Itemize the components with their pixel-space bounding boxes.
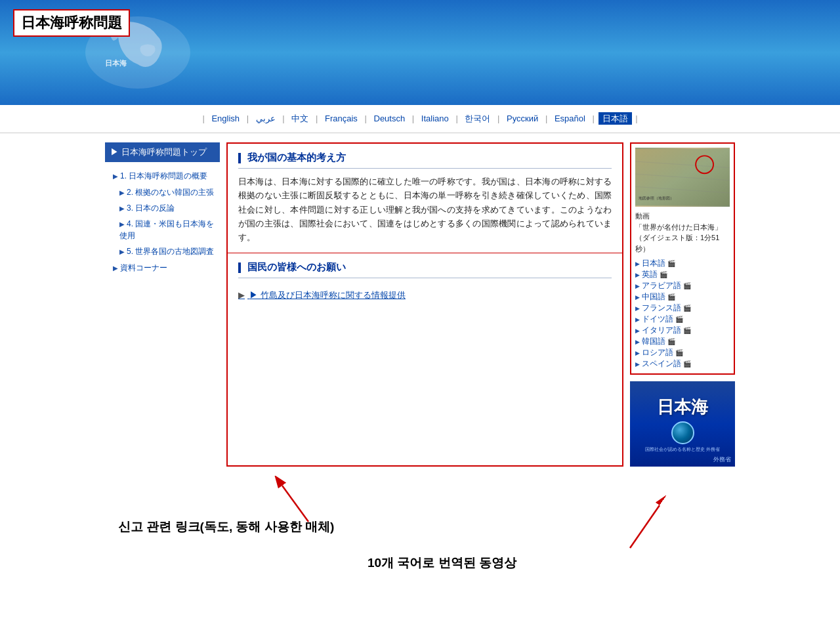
video-lang-german[interactable]: ▶ ドイツ語 🎬 [635, 314, 730, 325]
video-lang-italian[interactable]: ▶ イタリア語 🎬 [635, 325, 730, 336]
link-arrow-icon: ▶ [238, 291, 245, 300]
annotation-arrow-left [269, 476, 322, 528]
lang-arabic[interactable]: عربي [253, 114, 279, 123]
thumbnail-image: 地図参照（地形図） [635, 148, 730, 207]
svg-text:地図参照（地形図）: 地図参照（地形図） [638, 196, 674, 201]
svg-line-12 [630, 505, 660, 548]
lang-italian[interactable]: Italiano [418, 114, 452, 123]
svg-line-10 [282, 486, 308, 522]
language-navigation: | English | عربي | 中文 | Français | Deuts… [0, 105, 840, 133]
video-lang-english[interactable]: ▶ 英語 🎬 [635, 269, 730, 280]
book-publisher: 外務省 [713, 455, 731, 464]
film-icon-zh: 🎬 [667, 293, 675, 301]
right-sidebar-wrapper: 地図参照（地形図） 動画「世界が名付けた日本海」（ダイジェスト版：1分51秒） … [630, 142, 735, 467]
section2-link[interactable]: ▶ ▶ 竹島及び日本海呼称に関する情報提供 [238, 285, 612, 306]
annotation-right-text: 10개 국어로 번역된 동영상 [368, 555, 516, 572]
book-cover[interactable]: 日本海 国際社会が認める名称と歴史 外務省 外務省 [630, 381, 735, 467]
video-lang-french[interactable]: ▶ フランス語 🎬 [635, 303, 730, 314]
sidebar-top-link[interactable]: ▶ 日本海呼称問題トップ [105, 142, 220, 162]
lang-korean[interactable]: 한국어 [461, 114, 494, 123]
video-lang-arabic[interactable]: ▶ アラビア語 🎬 [635, 280, 730, 291]
arrow-icon-2: ▶ [119, 189, 125, 196]
film-icon-ja: 🎬 [667, 260, 675, 267]
lang-english[interactable]: English [208, 114, 243, 123]
sidebar-item-resources[interactable]: ▶資料コーナー [105, 259, 220, 276]
header-banner: 日本海 日本海呼称問題 [0, 0, 840, 105]
lang-russian[interactable]: Русский [503, 114, 541, 123]
main-layout: ▶ 日本海呼称問題トップ ▶1. 日本海呼称問題の概要 ▶2. 根拠のない韓国の… [105, 142, 735, 467]
lang-german[interactable]: Deutsch [371, 114, 409, 123]
lang-japanese[interactable]: 日本語 [598, 112, 632, 125]
arrow-icon-1: ▶ [113, 173, 118, 180]
center-content-box: 我が国の基本的考え方 日本海は、日本海に対する国際的に確立した唯一の呼称です。我… [226, 142, 623, 467]
section2-title: 国民の皆様へのお願い [238, 261, 612, 278]
film-icon-en: 🎬 [660, 271, 667, 278]
arrow-icon-6: ▶ [113, 264, 118, 272]
section1: 我が国の基本的考え方 日本海は、日本海に対する国際的に確立した唯一の呼称です。我… [228, 144, 622, 253]
film-icon-ko: 🎬 [667, 338, 675, 345]
video-lang-japanese[interactable]: ▶ 日本語 🎬 [635, 258, 730, 269]
book-globe-icon [671, 421, 694, 444]
film-icon-ar: 🎬 [683, 282, 691, 289]
film-icon-es: 🎬 [683, 360, 691, 368]
svg-text:日本海: 日本海 [105, 59, 127, 67]
title-bar-1 [238, 153, 241, 163]
film-icon-ru: 🎬 [675, 349, 683, 356]
sidebar-item-2[interactable]: ▶2. 根拠のない韓国の主張 [105, 184, 220, 200]
section1-title: 我が国の基本的考え方 [238, 152, 612, 169]
book-title: 日本海 [657, 396, 708, 419]
arrow-icon-4: ▶ [119, 220, 125, 228]
section1-body: 日本海は、日本海に対する国際的に確立した唯一の呼称です。我が国は、日本海の呼称に… [238, 175, 612, 245]
video-lang-korean[interactable]: ▶ 韓国語 🎬 [635, 336, 730, 347]
arrow-icon-5: ▶ [119, 248, 125, 255]
annotation-area: 신고 관련 링크(독도, 동해 사용한 매체) 10개 국어로 번역된 동영상 [105, 476, 735, 607]
arrow-icon-3: ▶ [119, 205, 125, 212]
title-bar-2 [238, 262, 241, 273]
video-lang-chinese[interactable]: ▶ 中国語 🎬 [635, 291, 730, 303]
film-icon-it: 🎬 [683, 327, 691, 334]
video-lang-spanish[interactable]: ▶ スペイン語 🎬 [635, 358, 730, 369]
sidebar-item-3[interactable]: ▶3. 日本の反論 [105, 200, 220, 216]
film-icon-fr: 🎬 [683, 304, 691, 312]
section2: 国民の皆様へのお願い ▶ ▶ 竹島及び日本海呼称に関する情報提供 [228, 253, 622, 314]
video-lang-russian[interactable]: ▶ ロシア語 🎬 [635, 347, 730, 358]
sidebar-item-4[interactable]: ▶4. 国連・米国も日本海を使用 [105, 216, 220, 243]
sidebar-item-5[interactable]: ▶5. 世界各国の古地図調査 [105, 243, 220, 259]
right-sidebar: 地図参照（地形図） 動画「世界が名付けた日本海」（ダイジェスト版：1分51秒） … [630, 142, 735, 375]
lang-spanish[interactable]: Español [551, 114, 589, 123]
annotation-arrow-right [617, 495, 676, 555]
sidebar-item-1[interactable]: ▶1. 日本海呼称問題の概要 [105, 167, 220, 184]
left-sidebar: ▶ 日本海呼称問題トップ ▶1. 日本海呼称問題の概要 ▶2. 根拠のない韓国の… [105, 142, 220, 467]
film-icon-de: 🎬 [675, 316, 683, 323]
page-header-title: 日本海呼称問題 [13, 9, 130, 37]
video-caption: 動画「世界が名付けた日本海」（ダイジェスト版：1分51秒） [635, 211, 730, 254]
book-subtitle: 国際社会が認める名称と歴史 外務省 [645, 446, 720, 453]
lang-chinese[interactable]: 中文 [288, 114, 312, 123]
lang-french[interactable]: Français [322, 114, 361, 123]
video-thumbnail[interactable]: 地図参照（地形図） [635, 148, 730, 207]
